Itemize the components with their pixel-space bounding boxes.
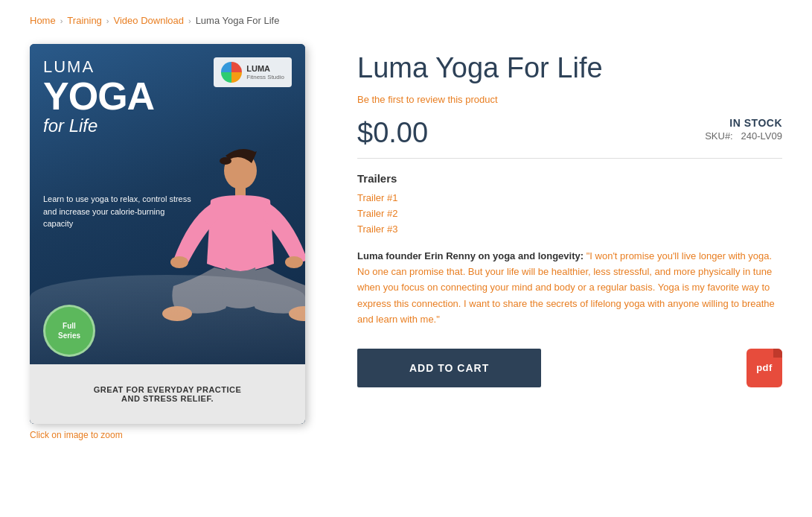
dvd-logo-name: LUMA: [246, 64, 284, 74]
breadcrumb: Home › Training › Video Download › Luma …: [30, 15, 782, 26]
product-price: $0.00: [357, 117, 428, 149]
sku-label: SKU#:: [705, 130, 733, 142]
dvd-forlife-text: for Life: [43, 115, 154, 136]
luma-logo-circle: [221, 62, 242, 83]
breadcrumb-sep-2: ›: [106, 16, 109, 25]
zoom-hint[interactable]: Click on image to zoom: [30, 430, 313, 440]
product-title: Luma Yoga For Life: [357, 51, 782, 86]
dvd-tagline-1: GREAT FOR EVERYDAY PRACTICE: [94, 385, 242, 394]
dvd-logo-sub: Fitness Studio: [246, 74, 284, 80]
price-row: $0.00 IN STOCK SKU#: 240-LV09: [357, 117, 782, 159]
page-wrapper: Home › Training › Video Download › Luma …: [0, 0, 812, 470]
pdf-button[interactable]: pdf: [747, 349, 782, 387]
breadcrumb-current: Luma Yoga For Life: [196, 15, 280, 26]
dvd-yoga-text: YOGA: [43, 77, 154, 115]
product-description: Luma founder Erin Renny on yoga and long…: [357, 248, 782, 328]
dvd-logo-block: LUMA Fitness Studio: [214, 57, 292, 87]
pdf-label: pdf: [756, 362, 773, 373]
trailer-3-link[interactable]: Trailer #3: [357, 223, 782, 235]
dvd-logo-text-block: LUMA Fitness Studio: [246, 64, 284, 80]
svg-point-3: [285, 256, 303, 268]
trailer-2-link[interactable]: Trailer #2: [357, 208, 782, 219]
stock-sku-block: IN STOCK SKU#: 240-LV09: [705, 117, 782, 142]
product-image[interactable]: LUMA YOGA for Life LUMA Fitness Studio: [30, 44, 305, 424]
dvd-badge-text: FullSeries: [58, 321, 80, 340]
dvd-title-block: LUMA YOGA for Life: [43, 57, 154, 136]
dvd-cover-inner: LUMA YOGA for Life LUMA Fitness Studio: [30, 44, 305, 424]
dvd-tagline-2: AND STRESS RELIEF.: [121, 394, 214, 403]
breadcrumb-training[interactable]: Training: [67, 15, 101, 26]
dvd-bottom-bar: GREAT FOR EVERYDAY PRACTICE AND STRESS R…: [30, 364, 305, 424]
dvd-top-section: LUMA YOGA for Life LUMA Fitness Studio: [30, 44, 305, 136]
stock-label: IN STOCK: [705, 117, 782, 129]
trailers-heading: Trailers: [357, 172, 782, 185]
description-intro: Luma founder Erin Renny on yoga and long…: [357, 250, 584, 261]
breadcrumb-sep-3: ›: [188, 16, 191, 25]
sku-value: SKU#: 240-LV09: [705, 130, 782, 142]
svg-point-2: [170, 256, 188, 268]
add-to-cart-button[interactable]: ADD TO CART: [357, 349, 541, 387]
sku-number: 240-LV09: [741, 130, 782, 142]
breadcrumb-video-download[interactable]: Video Download: [114, 15, 184, 26]
add-to-cart-row: ADD TO CART pdf: [357, 349, 782, 387]
svg-point-6: [220, 157, 231, 165]
review-link[interactable]: Be the first to review this product: [357, 94, 498, 105]
dvd-full-series-badge: FullSeries: [43, 305, 95, 357]
product-layout: LUMA YOGA for Life LUMA Fitness Studio: [30, 44, 782, 440]
trailer-1-link[interactable]: Trailer #1: [357, 192, 782, 203]
product-details-column: Luma Yoga For Life Be the first to revie…: [357, 44, 782, 387]
breadcrumb-sep-1: ›: [60, 16, 63, 25]
trailers-section: Trailers Trailer #1 Trailer #2 Trailer #…: [357, 172, 782, 235]
product-image-column: LUMA YOGA for Life LUMA Fitness Studio: [30, 44, 313, 440]
breadcrumb-home[interactable]: Home: [30, 15, 56, 26]
